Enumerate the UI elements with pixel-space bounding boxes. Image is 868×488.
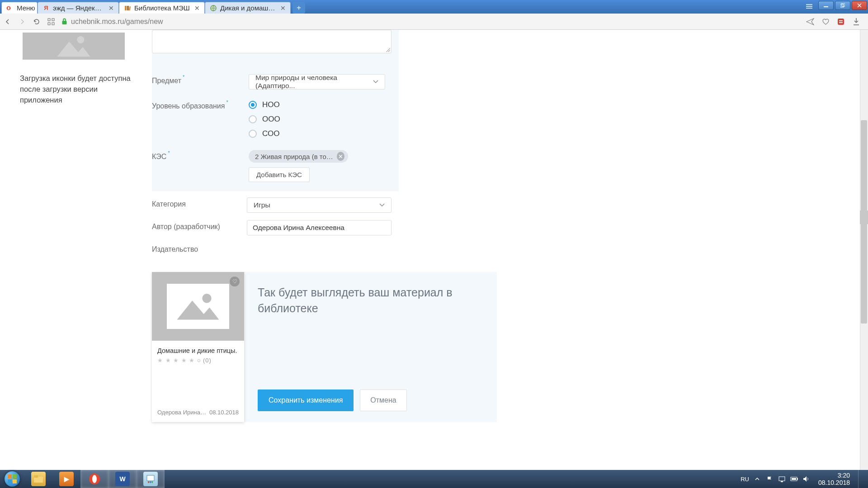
windows-taskbar: ▶ W RU 3:20 08.10.2018 — [0, 470, 868, 488]
opera-menu-button[interactable]: Меню — [1, 2, 38, 14]
taskbar-explorer[interactable] — [24, 470, 52, 488]
svg-rect-7 — [806, 6, 812, 7]
card-title: Домашние и дикие птицы. — [157, 347, 239, 354]
subject-value: Мир природы и человека (Адаптиро... — [255, 74, 378, 90]
lock-icon — [61, 18, 67, 25]
flag-icon[interactable] — [766, 475, 774, 483]
battery-icon[interactable] — [790, 475, 798, 483]
edu-level-label: Уровень образования — [152, 102, 225, 110]
author-input[interactable]: Одерова Ирина Алексеевна — [247, 220, 392, 235]
taskbar-opera[interactable] — [80, 470, 108, 488]
windows-logo-icon — [5, 471, 20, 487]
window-titlebar: Меню Я эжд — Яндекс: нашлось ✕ Библиотек… — [0, 0, 868, 14]
back-button[interactable] — [4, 19, 12, 25]
svg-rect-23 — [34, 475, 38, 478]
forward-button[interactable] — [18, 19, 26, 25]
window-controls — [818, 1, 867, 10]
radio-soo[interactable]: СОО — [249, 129, 392, 138]
upload-note-text: Загрузка иконки будет доступна после заг… — [20, 73, 133, 106]
icon-upload-panel: Загрузка иконки будет доступна после заг… — [20, 30, 133, 106]
card-author: Одерова Ирина Але... — [157, 409, 207, 416]
yandex-icon: Я — [42, 5, 50, 12]
svg-rect-4 — [129, 6, 131, 10]
svg-rect-17 — [838, 19, 844, 25]
svg-rect-18 — [839, 20, 843, 21]
tab-mesh-library[interactable]: Библиотека МЭШ ✕ — [119, 2, 205, 14]
svg-rect-33 — [797, 478, 798, 480]
svg-rect-15 — [52, 23, 54, 25]
show-desktop-button[interactable] — [858, 470, 865, 488]
favorite-icon[interactable]: ♡ — [230, 277, 240, 286]
new-tab-button[interactable]: ＋ — [292, 2, 305, 14]
taskbar-paint[interactable] — [137, 470, 165, 488]
svg-point-25 — [92, 475, 97, 483]
category-select[interactable]: Игры — [247, 197, 392, 213]
card-date: 08.10.2018 — [209, 409, 239, 416]
radio-ooo[interactable]: ООО — [249, 115, 392, 124]
remove-chip-icon[interactable]: ✕ — [337, 152, 344, 161]
volume-icon[interactable] — [802, 475, 810, 483]
tab-label: Дикая и домашняя птица — [220, 4, 277, 12]
clock-time: 3:20 — [818, 472, 850, 479]
chevron-down-icon — [379, 203, 385, 207]
close-window-button[interactable] — [852, 1, 867, 10]
download-icon[interactable] — [852, 17, 861, 26]
taskbar-clock[interactable]: 3:20 08.10.2018 — [815, 472, 854, 486]
close-icon[interactable]: ✕ — [108, 5, 114, 11]
card-image-placeholder: ♡ — [152, 272, 244, 341]
svg-rect-19 — [839, 22, 843, 23]
radio-noo[interactable]: НОО — [249, 100, 392, 109]
svg-rect-27 — [148, 481, 149, 483]
svg-rect-16 — [62, 21, 67, 24]
add-kes-button[interactable]: Добавить КЭС — [249, 167, 310, 182]
close-icon[interactable]: ✕ — [194, 5, 200, 11]
svg-rect-30 — [779, 477, 785, 481]
material-form: Предмет* Мир природы и человека (Адаптир… — [152, 30, 399, 264]
opera-icon — [6, 5, 14, 12]
vertical-scrollbar[interactable] — [860, 30, 868, 470]
extension-icon[interactable] — [836, 17, 845, 26]
browser-tabs: Меню Я эжд — Яндекс: нашлось ✕ Библиотек… — [0, 0, 305, 14]
edu-level-radios: НОО ООО СОО — [249, 99, 392, 138]
reload-button[interactable] — [33, 18, 41, 25]
maximize-button[interactable] — [835, 1, 850, 10]
subject-label: Предмет — [152, 77, 181, 84]
speed-dial-button[interactable] — [47, 18, 55, 25]
save-button[interactable]: Сохранить изменения — [258, 389, 354, 411]
subject-select[interactable]: Мир природы и человека (Адаптиро... — [249, 74, 385, 89]
close-icon[interactable]: ✕ — [280, 5, 286, 11]
tab-yandex[interactable]: Я эжд — Яндекс: нашлось ✕ — [38, 2, 119, 14]
category-label: Категория — [152, 197, 247, 208]
address-bar-actions — [806, 17, 864, 26]
tray-up-icon[interactable] — [754, 475, 761, 483]
svg-rect-9 — [824, 6, 828, 7]
heart-icon[interactable] — [821, 17, 830, 26]
taskbar-word[interactable]: W — [108, 470, 137, 488]
svg-point-20 — [77, 36, 84, 43]
svg-point-21 — [202, 294, 211, 303]
svg-rect-3 — [127, 6, 129, 10]
preview-heading: Так будет выглядеть ваш материал в библи… — [258, 285, 488, 316]
address-bar: uchebnik.mos.ru/games/new — [0, 14, 868, 30]
kes-chip-text: 2 Живая природа (в том чис... — [255, 153, 333, 160]
svg-point-1 — [8, 6, 9, 9]
minimize-button[interactable] — [818, 1, 834, 10]
url-input[interactable]: uchebnik.mos.ru/games/new — [61, 18, 799, 26]
page-content: Загрузка иконки будет доступна после заг… — [0, 30, 868, 470]
menu-label: Меню — [17, 4, 35, 12]
svg-rect-2 — [125, 6, 127, 10]
send-icon[interactable] — [806, 17, 815, 26]
tab-birds[interactable]: Дикая и домашняя птица ✕ — [205, 2, 291, 14]
tab-label: эжд — Яндекс: нашлось — [53, 4, 105, 12]
svg-rect-29 — [151, 481, 153, 483]
start-button[interactable] — [0, 470, 24, 488]
taskbar-media-player[interactable]: ▶ — [52, 470, 80, 488]
language-indicator[interactable]: RU — [741, 476, 749, 483]
svg-rect-6 — [806, 4, 812, 5]
network-icon[interactable] — [778, 475, 786, 483]
globe-icon — [210, 5, 217, 12]
cancel-button[interactable]: Отмена — [360, 389, 406, 411]
description-textarea[interactable] — [152, 30, 392, 53]
tab-overflow-icon[interactable] — [805, 3, 814, 10]
publisher-label: Издательство — [152, 243, 249, 253]
